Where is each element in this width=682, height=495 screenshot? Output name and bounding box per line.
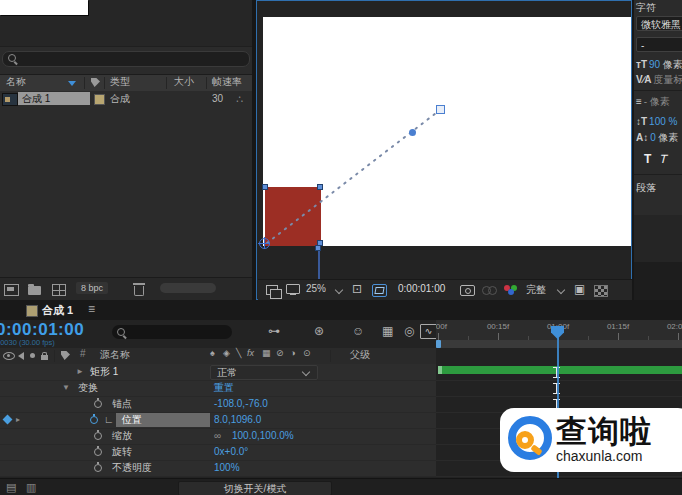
property-value[interactable]: 0x+0.0°	[214, 444, 248, 460]
vertical-scale-row[interactable]: ↕T100 %	[636, 115, 682, 129]
threed-column-icon[interactable]: ⊙	[303, 348, 311, 358]
snapshot-camera-icon[interactable]	[460, 285, 475, 296]
scale-row[interactable]: 缩放 ∞ 100.0,100.0%	[0, 428, 436, 445]
region-of-interest-icon[interactable]: ▣	[574, 282, 585, 296]
graph-editor-icon[interactable]: ∿	[420, 324, 437, 339]
kerning-row[interactable]: V∕A度量标准	[636, 73, 682, 87]
selection-handle[interactable]	[262, 184, 268, 190]
property-value[interactable]: 100.0,100.0%	[232, 428, 294, 444]
blend-mode-dropdown[interactable]: 正常	[210, 365, 318, 380]
faux-bold-icon[interactable]: T	[644, 152, 651, 166]
transform-group-row[interactable]: ▼ 变换 重置	[0, 380, 436, 397]
column-type[interactable]: 类型	[110, 75, 130, 89]
motion-blur-icon[interactable]: ◎	[404, 324, 414, 338]
font-size-row[interactable]: тT90 像素	[636, 58, 682, 72]
column-framerate[interactable]: 帧速率	[212, 75, 242, 89]
property-value[interactable]: -108.0,-76.0	[214, 396, 268, 412]
faux-italic-icon[interactable]: T	[658, 152, 669, 166]
draft-3d-icon[interactable]: ⊛	[314, 324, 324, 338]
kerning-value[interactable]: 度量标准	[654, 74, 682, 85]
layer-name[interactable]: 矩形 1	[90, 364, 118, 380]
source-name-column[interactable]: 源名称	[100, 348, 130, 362]
collapse-column-icon[interactable]: ◈	[223, 348, 230, 358]
trash-icon[interactable]	[134, 286, 144, 296]
scrollbar-thumb[interactable]	[160, 283, 216, 293]
sort-arrow-icon[interactable]	[68, 81, 76, 86]
baseline-shift-row[interactable]: A↕0 像素	[636, 131, 682, 145]
layer-duration-bar[interactable]	[438, 366, 682, 374]
quality-column-icon[interactable]: ╲	[236, 348, 241, 358]
stopwatch-icon[interactable]	[94, 400, 102, 408]
viewer-timecode[interactable]: 0:00:01:00	[398, 283, 445, 294]
current-timecode[interactable]: 0:00:01:00	[0, 320, 84, 340]
project-item-row[interactable]: 合成 1 合成 30 ∴	[0, 91, 252, 107]
chevron-down-icon[interactable]	[557, 286, 565, 294]
fx-column-icon[interactable]: fx	[247, 348, 254, 358]
new-folder-icon[interactable]	[28, 286, 41, 295]
keyframe-diamond-icon[interactable]	[3, 415, 13, 425]
leading-row[interactable]: ≡- 像素	[636, 95, 682, 109]
composition-name[interactable]: 合成 1	[18, 92, 90, 105]
rotation-row[interactable]: 旋转 0x+0.0°	[0, 444, 436, 461]
shy-column-icon[interactable]: ♠	[210, 348, 215, 358]
column-name[interactable]: 名称	[6, 75, 26, 89]
property-value[interactable]: 100%	[214, 460, 240, 476]
selection-handle[interactable]	[317, 240, 323, 246]
position-keyframe-end[interactable]	[436, 105, 445, 114]
position-row[interactable]: ▸ ∟ 位置 8.0,1096.0	[0, 412, 436, 429]
mask-visibility-icon[interactable]	[372, 284, 387, 297]
reset-button[interactable]: 重置	[214, 380, 234, 396]
expand-in-out-icon[interactable]: ▤	[6, 481, 16, 494]
frame-blending-icon[interactable]: ▦	[382, 324, 393, 338]
stopwatch-icon[interactable]	[94, 432, 102, 440]
property-label-selected[interactable]: 位置	[116, 413, 210, 427]
character-panel-title[interactable]: 字符	[636, 1, 682, 15]
parent-column[interactable]: 父级	[350, 348, 370, 362]
project-search-input[interactable]	[2, 51, 250, 67]
label-tag-icon[interactable]	[61, 351, 70, 360]
roi-icon[interactable]: ⊡	[352, 282, 362, 296]
composition-canvas[interactable]	[263, 17, 631, 246]
anchor-point-row[interactable]: 锚点 -108.0,-76.0	[0, 396, 436, 413]
composition-flowchart-icon[interactable]: ⊶	[268, 324, 280, 338]
expand-render-icon[interactable]: ▥	[26, 481, 36, 494]
baseline-shift-value[interactable]: 0	[650, 132, 656, 143]
layer-row-rect1[interactable]: ► 矩形 1 正常	[0, 364, 436, 381]
resolution-dropdown[interactable]: 完整	[526, 283, 546, 297]
vertical-scale-value[interactable]: 100	[649, 116, 666, 127]
work-area-start-handle[interactable]	[436, 340, 441, 348]
show-channels-icon[interactable]	[504, 285, 518, 295]
new-composition-icon[interactable]	[52, 284, 66, 296]
font-size-value[interactable]: 90	[649, 59, 660, 70]
property-label[interactable]: 不透明度	[112, 460, 152, 476]
show-snapshot-icon[interactable]	[482, 286, 496, 294]
zoom-level-dropdown[interactable]: 25%	[306, 283, 326, 294]
position-keyframe-mid[interactable]	[409, 129, 416, 136]
column-size[interactable]: 大小	[174, 75, 194, 89]
label-tag-icon[interactable]	[91, 78, 100, 87]
motion-blur-column-icon[interactable]: ⊘	[276, 348, 284, 358]
font-style-dropdown[interactable]: -	[636, 37, 682, 52]
monitor-icon[interactable]	[286, 284, 300, 294]
selection-handle[interactable]	[317, 184, 323, 190]
shy-layers-icon[interactable]: ☺	[352, 324, 364, 338]
bit-depth-button[interactable]: 8 bpc	[76, 282, 108, 294]
opacity-row[interactable]: 不透明度 100%	[0, 460, 436, 477]
leading-value[interactable]: -	[644, 96, 647, 107]
interpret-footage-icon[interactable]	[4, 284, 19, 296]
property-label[interactable]: 锚点	[112, 396, 132, 412]
anchor-point-icon[interactable]	[259, 238, 270, 249]
always-preview-icon[interactable]	[266, 285, 278, 295]
next-keyframe-icon[interactable]: ▸	[16, 412, 20, 428]
timeline-search-input[interactable]	[112, 325, 232, 339]
label-color-swatch[interactable]	[94, 94, 105, 105]
transform-label[interactable]: 变换	[78, 380, 98, 396]
property-label[interactable]: 旋转	[112, 444, 132, 460]
adjustment-column-icon[interactable]: ◑	[290, 348, 295, 358]
link-icon[interactable]: ∞	[214, 428, 221, 444]
expand-arrow-icon[interactable]: ▼	[62, 380, 70, 396]
expand-arrow-icon[interactable]: ►	[76, 364, 84, 380]
transparency-grid-icon[interactable]	[594, 285, 608, 297]
stopwatch-icon[interactable]	[94, 448, 102, 456]
chevron-down-icon[interactable]	[335, 286, 343, 294]
